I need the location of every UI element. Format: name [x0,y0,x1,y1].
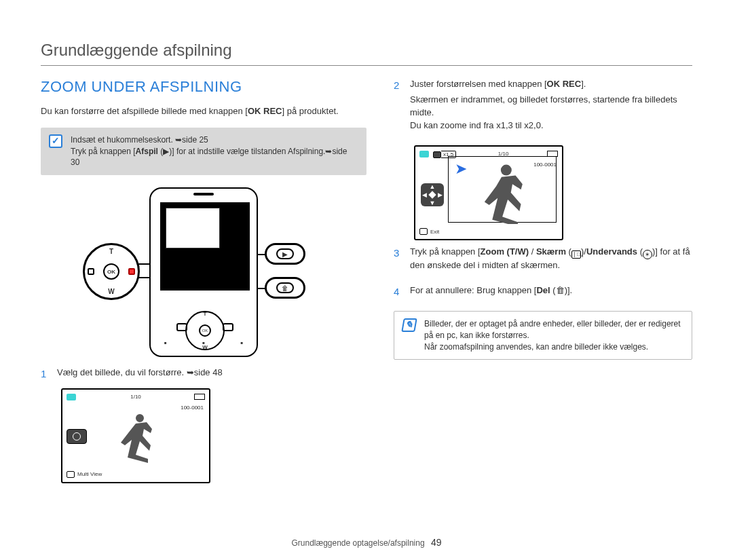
image-counter: 1/10 [130,394,141,400]
tip-line2: Når zoomafspilning anvendes, kan andre b… [424,341,683,353]
step-3-bold2: Skærm [536,246,566,257]
prereq-line2b: (▶)] for at indstille vælge tilstanden A… [158,147,325,156]
screen-toggle-icon: ❘□❘ [571,250,581,259]
multiview-label: Multi View [77,471,102,477]
step-2-b: ]. [581,79,586,89]
step-1-text: Vælg det billede, du vil forstørre. [57,367,187,377]
camcorder-device: T W OK ▶ 🗑 T [149,187,258,357]
checklist-icon: ✓ [49,134,62,148]
underwater-icon: ✶ [643,250,652,259]
prereq-line1-text: Indsæt et hukommelseskort. [71,135,175,145]
step-4-b: (🗑)]. [550,285,573,295]
tip-line1: Billeder, der er optaget på andre enhede… [424,318,683,341]
footer-section: Grundlæggende optagelse/afspilning [291,538,424,548]
footer-page-number: 49 [431,537,442,548]
dpad-left-nub [88,268,94,275]
intro-suffix: ] på produktet. [282,106,339,116]
bottom-left-hint-2: Exit [419,228,439,235]
prereq-line2a: Tryk på knappen [ [71,147,136,156]
step-3-sep2b: )/ [581,246,586,257]
file-number: 100-0001 [181,405,204,411]
skater-silhouette-2 [480,162,534,224]
device-dpad-t: T [204,311,207,317]
step-3-bold3: Undervands [586,246,637,257]
step-4-number: 4 [394,284,403,304]
step-3-sep1: / [529,246,536,257]
dpad-w-label: W [108,288,114,295]
dpad-t-label: T [109,248,113,255]
step-4-bold: Del [536,285,550,295]
battery-icon [194,394,205,400]
step-3-a: Tryk på knappen [ [410,246,481,257]
mode-indicator-icon [67,394,76,400]
step-2-number: 2 [394,78,403,138]
step-3-sep3b: )] [652,246,658,257]
bottom-left-hint: Multi View [67,471,102,478]
prerequisite-lines: Indsæt et hukommelseskort. ➥side 25 Tryk… [71,134,358,168]
trash-icon: 🗑 [276,282,294,293]
dpad-rec-nub [128,268,135,275]
step-4: 4 For at annullere: Brug knappen [Del (🗑… [394,284,692,304]
mode-indicator-icon-2 [419,151,429,157]
skater-silhouette [117,410,164,464]
zoom-seek-control [67,429,87,444]
device-dpad-ok: OK [199,324,211,337]
device-screen [160,202,250,291]
tip-note: ✎ Billeder, der er optaget på andre enhe… [394,311,692,360]
section-heading: ZOOM UNDER AFSPILNING [41,78,366,96]
magnifier-icon [73,432,81,441]
keycap-icon [67,471,75,478]
intro-button-label: OK REC [248,106,282,116]
step-3-sep2: ( [566,246,571,257]
step-2-extra1: Skærmen er indrammet, og billedet forstø… [410,94,692,119]
exit-label: Exit [430,229,439,235]
playback-preview-screenshot: 1/10 100-0001 Multi View [61,388,210,483]
header-rule [41,65,692,66]
step-1: 1 Vælg det billede, du vil forstørre. ➥s… [41,367,366,381]
pan-dpad-overlay: ▲▼◀▶ [421,183,444,206]
device-illustration: T W OK ▶ 🗑 T [41,187,366,357]
step-3-sep3a: ( [637,246,643,257]
device-del-btn [223,323,233,331]
step-2-extra2: Du kan zoome ind fra x1,3 til x2,0. [410,119,692,132]
play-button-callout: ▶ [265,243,305,265]
prereq-line1-ref: ➥side 25 [175,135,208,145]
page-footer: Grundlæggende optagelse/afspilning 49 [0,537,733,548]
zoom-preview-screenshot: x1.5 1/10 100-0001 ➤ ▲▼◀▶ Exit [414,145,563,240]
step-3-bold1: Zoom (T/W) [481,246,529,257]
prereq-line2-bold: Afspil [136,147,158,156]
pencil-note-icon: ✎ [401,318,417,332]
step-4-a: For at annullere: Brug knappen [ [410,285,536,295]
step-1-ref: ➥side 48 [187,367,223,377]
step-3-number: 3 [394,246,403,279]
magnifier-icon-2 [433,151,441,158]
prerequisite-note: ✓ Indsæt et hukommelseskort. ➥side 25 Tr… [41,128,366,175]
step-2-a: Juster forstørrelsen med knappen [ [410,79,547,89]
step-1-number: 1 [41,367,50,381]
step-2: 2 Juster forstørrelsen med knappen [OK R… [394,78,692,138]
dpad-ok-button: OK [103,263,119,280]
intro-prefix: Du kan forstørre det afspillede billede … [41,106,248,116]
play-icon: ▶ [276,248,294,259]
step-2-bold: OK REC [547,79,582,89]
keycap-icon-2 [419,228,428,235]
device-play-btn [176,323,187,331]
delete-button-callout: 🗑 [265,277,305,299]
intro-text: Du kan forstørre det afspillede billede … [41,105,366,118]
step-3: 3 Tryk på knappen [Zoom (T/W) / Skærm (❘… [394,246,692,279]
dpad-callout: T W OK [83,243,140,300]
header-title: Grundlæggende afspilning [41,41,692,65]
